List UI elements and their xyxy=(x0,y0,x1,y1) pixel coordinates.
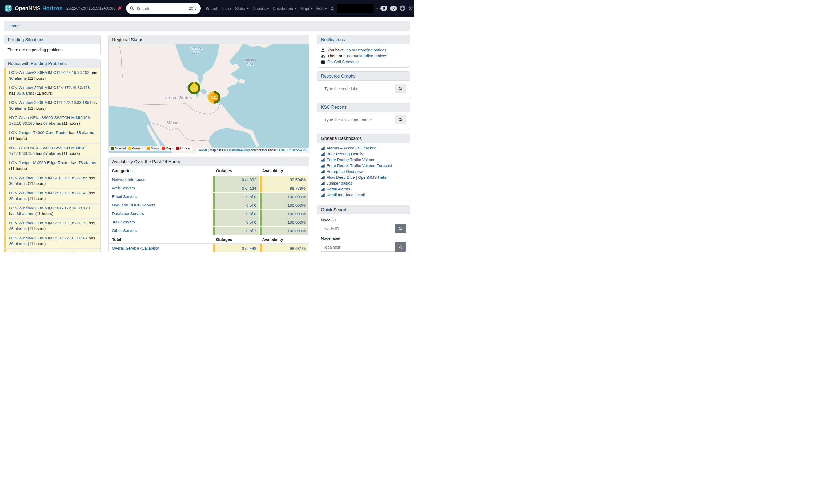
node-label-input[interactable] xyxy=(321,242,395,252)
node-id-search-button[interactable] xyxy=(395,224,406,233)
nav-item-reports[interactable]: Reports▾ xyxy=(252,6,269,11)
node-alarms-link[interactable]: 88 alarms xyxy=(77,130,94,135)
nav-item-info[interactable]: Info▾ xyxy=(222,6,231,11)
node-alarms-link[interactable]: 36 alarms xyxy=(9,226,27,231)
node-alarms-link[interactable]: 36 alarms xyxy=(9,181,27,186)
add-icon[interactable] xyxy=(400,5,406,11)
attribution-link[interactable]: ODbL xyxy=(277,148,286,152)
node-link[interactable]: LON-Window-2008-MIMIC81-172.16.33.155 xyxy=(9,176,87,180)
pending-nodes-title-link[interactable]: Nodes with Pending Problems xyxy=(8,61,67,66)
resource-graphs-search-button[interactable] xyxy=(395,84,406,93)
admin-gear-icon[interactable]: ⚙⚙⚙ xyxy=(408,4,414,12)
grafana-dashboard-link[interactable]: Juniper basics xyxy=(327,180,352,186)
marker-count: 111 xyxy=(210,93,218,101)
category-link[interactable]: Network Interfaces xyxy=(112,177,145,182)
pending-situations-title-link[interactable]: Pending Situations xyxy=(8,37,44,42)
user-icon xyxy=(330,6,334,10)
availability-panel: Availability Over the Past 24 Hours Cate… xyxy=(109,157,309,252)
opennms-logo-icon xyxy=(4,4,12,12)
node-link[interactable]: LON-Window-2008-MIMIC118-172.16.33.192 xyxy=(9,70,90,75)
availability-out-cell: 0 of 0 xyxy=(213,218,259,226)
grafana-dashboard-link[interactable]: Edge Router Traffic Volume Forecast xyxy=(327,163,392,169)
grafana-dashboards-header: Grafana Dashboards xyxy=(318,134,410,143)
node-id-input[interactable] xyxy=(321,224,395,233)
avail-value: 98.631% xyxy=(290,246,305,251)
node-link[interactable]: LON-Window-2008-MIMIC99-172.16.33.173 xyxy=(9,221,87,225)
node-alarms-link[interactable]: 36 alarms xyxy=(9,76,27,81)
avail-meter: 100.000% xyxy=(260,210,308,218)
node-link[interactable]: LON-Window-2008-MIMIC105-172.16.33.179 xyxy=(9,205,90,210)
regional-status-map[interactable]: Hudson Bay Labrador Sea United States Mé… xyxy=(109,44,309,153)
node-link[interactable]: NYC-Cisco-ASR100-Core-Router-MIMIC112-17… xyxy=(9,251,89,252)
notices-badge-1[interactable]: 0 xyxy=(380,6,387,11)
category-link[interactable]: JMX Servers xyxy=(112,220,135,224)
category-link[interactable]: Email Servers xyxy=(112,194,137,199)
availability-avail-cell: 100.000% xyxy=(259,200,309,209)
ksc-reports-title-link[interactable]: KSC Reports xyxy=(321,105,346,109)
resource-graphs-input[interactable] xyxy=(321,84,395,93)
chart-bars-icon xyxy=(321,181,325,185)
node-alarms-link[interactable]: 36 alarms xyxy=(9,106,27,110)
users-icon xyxy=(321,54,325,58)
notification-link[interactable]: no outstanding notices xyxy=(347,53,387,59)
global-search-input[interactable] xyxy=(136,6,187,11)
notification-link[interactable]: On-Call Schedule xyxy=(327,59,359,65)
grafana-dashboard-link[interactable]: Retail Alarms xyxy=(327,186,350,192)
node-alarms-link[interactable]: 78 alarms xyxy=(78,161,96,165)
attribution-link[interactable]: CC BY-SA 2.0 xyxy=(287,148,307,152)
node-alarms-link[interactable]: 36 alarms xyxy=(9,241,27,246)
bell-slash-icon[interactable] xyxy=(117,6,122,11)
node-link[interactable]: LON-Window-2008-MIMIC69-172.16.33.143 xyxy=(9,190,87,195)
node-link[interactable]: LON-Window-2008-MIMIC93-172.16.33.167 xyxy=(9,236,87,240)
category-link[interactable]: Overall Service Availability xyxy=(112,246,159,250)
category-link[interactable]: DNS and DHCP Servers xyxy=(112,203,155,207)
category-link[interactable]: Web Servers xyxy=(112,186,135,190)
notification-link[interactable]: no outstanding notices xyxy=(346,47,386,53)
legend-swatch xyxy=(162,146,165,150)
map-cluster-marker[interactable]: 111 xyxy=(208,91,220,104)
nav-item-status[interactable]: Status▾ xyxy=(235,6,249,11)
node-alarms-link[interactable]: 67 alarms xyxy=(43,151,61,155)
node-alarms-link[interactable]: 36 alarms xyxy=(16,211,34,216)
ksc-reports-input[interactable] xyxy=(321,115,395,124)
grafana-dashboard-link[interactable]: BGP Peering Details xyxy=(327,151,363,157)
ksc-reports-search-button[interactable] xyxy=(395,115,406,124)
nav-item-dashboards[interactable]: Dashboards▾ xyxy=(273,6,296,11)
nav-item-help[interactable]: Help▾ xyxy=(316,6,327,11)
grafana-dashboard-link[interactable]: Retail Interface Detail xyxy=(327,192,365,198)
category-cell: Web Servers xyxy=(109,184,213,192)
grafana-dashboard-link[interactable]: Flow Deep Dive | OpenNMS Helm xyxy=(327,175,387,180)
node-link[interactable]: LON-Window-2008-MIMIC111-172.16.33.185 xyxy=(9,100,89,105)
category-link[interactable]: Database Servers xyxy=(112,211,144,216)
nav-item-maps[interactable]: Maps▾ xyxy=(300,6,313,11)
breadcrumb-home-link[interactable]: Home xyxy=(8,24,19,28)
notices-badge-2[interactable]: 0 xyxy=(390,6,397,11)
opennms-logo[interactable]: OpenNMSHorizon xyxy=(4,4,63,12)
grafana-dashboard-link[interactable]: Enterprise Overview xyxy=(327,169,363,175)
attribution-link[interactable]: OpenStreetMap xyxy=(227,148,250,152)
notification-item: You have no outstanding notices xyxy=(321,47,406,53)
attribution-link[interactable]: Leaflet xyxy=(198,148,207,152)
node-link[interactable]: LON-Juniper-MX960-Edge-Router xyxy=(9,161,70,165)
notifications-title-link[interactable]: Notifications xyxy=(321,37,345,42)
map-cluster-marker[interactable]: 117 xyxy=(188,82,201,94)
node-alarms-link[interactable]: 36 alarms xyxy=(9,196,27,201)
resource-graphs-title-link[interactable]: Resource Graphs xyxy=(321,74,355,78)
node-label-search-button[interactable] xyxy=(395,242,406,252)
nav-item-search[interactable]: Search xyxy=(206,6,218,11)
global-search[interactable]: 2x ⇧ xyxy=(126,3,201,14)
out-meter: 0 of 0 xyxy=(213,218,259,226)
node-alarms-link[interactable]: 67 alarms xyxy=(43,121,61,126)
node-link[interactable]: LON-Window-2008-MIMIC124-172.16.33.198 xyxy=(9,85,90,90)
pending-node-row: LON-Window-2008-MIMIC93-172.16.33.167 ha… xyxy=(4,234,100,249)
availability-out-cell: 0 of 0 xyxy=(213,200,259,209)
grafana-dashboard-link[interactable]: Alarms – Acked vs Unacked xyxy=(327,145,376,151)
category-link[interactable]: Other Servers xyxy=(112,228,137,233)
chevron-down-icon: ▾ xyxy=(230,7,231,10)
user-name-redacted[interactable] xyxy=(337,4,374,13)
grafana-dashboard-link[interactable]: Edge Router Traffic Volume xyxy=(327,157,375,163)
node-alarms-link[interactable]: 36 alarms xyxy=(16,91,34,95)
calendar-icon xyxy=(321,60,325,64)
node-link[interactable]: LON-Juniper-T4000-Core-Router xyxy=(9,130,68,135)
chart-bars-icon xyxy=(321,152,325,156)
